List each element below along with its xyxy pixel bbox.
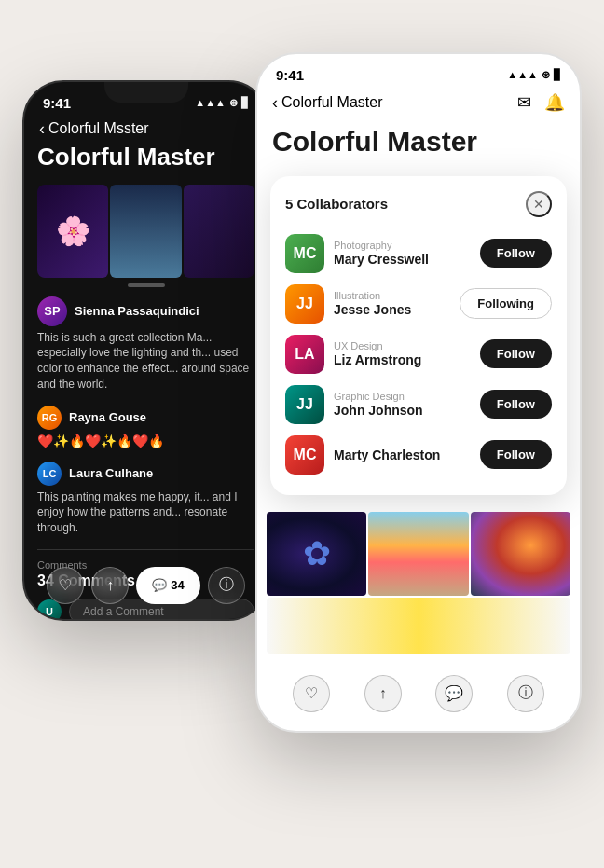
collab-info: Photography Mary Cresswell bbox=[334, 240, 471, 267]
avatar: MC bbox=[285, 435, 324, 475]
chat-icon: 💬 bbox=[152, 578, 167, 592]
battery-icon: ▊ bbox=[554, 69, 561, 81]
phones-container: 9:41 ▲▲▲ ⊛ ▊ ‹ Colorful Msster Colorful … bbox=[22, 24, 582, 845]
signal-icon: ▲▲▲ bbox=[195, 97, 226, 108]
collab-name: John Johnson bbox=[334, 403, 471, 418]
signal-icon: ▲▲▲ bbox=[507, 69, 538, 80]
back-img-1: 🌸 bbox=[37, 185, 108, 278]
mail-icon[interactable]: ✉ bbox=[517, 92, 531, 113]
comment-username: Rayna Gouse bbox=[69, 410, 146, 424]
back-status-icons: ▲▲▲ ⊛ ▊ bbox=[195, 97, 249, 109]
chat-count: 34 bbox=[171, 578, 184, 592]
collab-role: Graphic Design bbox=[334, 391, 471, 402]
comment-text: This painting makes me happy, it... and … bbox=[37, 489, 254, 536]
collab-name: Marty Charleston bbox=[334, 448, 471, 462]
wifi-icon: ⊛ bbox=[229, 97, 238, 109]
bottom-strip bbox=[267, 598, 570, 654]
follow-button[interactable]: Follow bbox=[480, 440, 552, 469]
info-button[interactable]: ⓘ bbox=[208, 567, 245, 604]
nav-icons-right: ✉ 🔔 bbox=[517, 92, 565, 113]
front-status-time: 9:41 bbox=[276, 67, 304, 83]
avatar: MC bbox=[285, 234, 324, 273]
battery-icon: ▊ bbox=[241, 97, 249, 109]
collab-name: Mary Cresswell bbox=[334, 252, 471, 267]
close-button[interactable]: ✕ bbox=[526, 191, 552, 217]
collaborators-modal: 5 Collaborators ✕ MC Photography Mary Cr… bbox=[257, 176, 580, 495]
heart-button[interactable]: ♡ bbox=[47, 567, 84, 604]
avatar: JJ bbox=[285, 284, 324, 324]
wifi-icon: ⊛ bbox=[542, 69, 550, 81]
avatar: LA bbox=[285, 335, 324, 374]
collab-info: Graphic Design John Johnson bbox=[334, 391, 471, 418]
collaborator-row: JJ Illustration Jesse Jones Following bbox=[285, 279, 552, 329]
comment-item: SP Sienna Passaquindici This is such a g… bbox=[37, 296, 254, 393]
avatar: SP bbox=[37, 296, 67, 326]
separator bbox=[128, 283, 165, 287]
front-bottom-toolbar: ♡ ↑ 💬 ⓘ bbox=[257, 675, 580, 712]
avatar: RG bbox=[37, 406, 62, 430]
back-nav-bar: ‹ Colorful Msster bbox=[24, 115, 268, 143]
front-status-icons: ▲▲▲ ⊛ ▊ bbox=[507, 69, 561, 81]
follow-button[interactable]: Follow bbox=[480, 339, 552, 368]
bell-icon[interactable]: 🔔 bbox=[544, 92, 565, 113]
avatar: JJ bbox=[285, 385, 324, 424]
chat-button[interactable]: 💬 34 bbox=[136, 567, 199, 604]
back-img-3 bbox=[184, 185, 254, 278]
comment-text: ❤️✨🔥❤️✨🔥❤️🔥 bbox=[37, 434, 254, 448]
back-button[interactable]: ‹ Colorful Msster bbox=[39, 120, 149, 137]
comment-item: LC Laura Culhane This painting makes me … bbox=[37, 462, 254, 536]
follow-button[interactable]: Follow bbox=[480, 390, 552, 419]
modal-header: 5 Collaborators ✕ bbox=[285, 191, 552, 217]
follow-button[interactable]: Follow bbox=[480, 239, 552, 268]
collab-role: Photography bbox=[334, 240, 471, 251]
share-button[interactable]: ↑ bbox=[364, 675, 402, 712]
back-image-row: 🌸 bbox=[37, 185, 254, 278]
collaborator-row: LA UX Design Liz Armstrong Follow bbox=[285, 329, 552, 379]
collab-role: Illustration bbox=[334, 290, 450, 301]
modal-title: 5 Collaborators bbox=[285, 196, 388, 212]
collab-info: Marty Charleston bbox=[334, 447, 471, 462]
collaborator-row: MC Marty Charleston Follow bbox=[285, 430, 552, 480]
front-nav-bar: ‹ Colorful Master ✉ 🔔 bbox=[257, 87, 580, 118]
front-page-title: Colorful Master bbox=[272, 126, 565, 158]
chat-button[interactable]: 💬 bbox=[435, 675, 473, 712]
chevron-left-icon: ‹ bbox=[272, 94, 278, 111]
comment-text: This is such a great collection Ma... es… bbox=[37, 330, 254, 393]
heart-button[interactable]: ♡ bbox=[293, 675, 330, 712]
front-nav-title: Colorful Master bbox=[281, 94, 382, 111]
back-phone: 9:41 ▲▲▲ ⊛ ▊ ‹ Colorful Msster Colorful … bbox=[22, 80, 269, 621]
share-button[interactable]: ↑ bbox=[91, 567, 129, 604]
back-bottom-toolbar: ♡ ↑ 💬 34 ⓘ bbox=[24, 567, 268, 604]
back-page-title: Colorful Master bbox=[37, 143, 254, 172]
back-img-2 bbox=[110, 185, 181, 278]
avatar: LC bbox=[37, 462, 62, 486]
divider bbox=[37, 549, 254, 550]
collaborator-row: JJ Graphic Design John Johnson Follow bbox=[285, 379, 552, 430]
image-cell-flower[interactable] bbox=[267, 512, 366, 596]
collab-name: Liz Armstrong bbox=[334, 352, 471, 367]
image-cell-planet[interactable] bbox=[471, 512, 570, 596]
info-button[interactable]: ⓘ bbox=[507, 675, 544, 712]
front-phone: 9:41 ▲▲▲ ⊛ ▊ ‹ Colorful Master ✉ 🔔 bbox=[255, 52, 582, 733]
following-button[interactable]: Following bbox=[460, 288, 552, 319]
comment-username: Laura Culhane bbox=[69, 466, 153, 480]
image-grid bbox=[267, 512, 570, 596]
comment-username: Sienna Passaquindici bbox=[75, 304, 199, 318]
collab-info: Illustration Jesse Jones bbox=[334, 290, 450, 317]
back-nav-title: Colorful Msster bbox=[48, 120, 149, 137]
collab-name: Jesse Jones bbox=[334, 302, 450, 317]
collaborator-row: MC Photography Mary Cresswell Follow bbox=[285, 228, 552, 279]
collab-role: UX Design bbox=[334, 340, 471, 351]
chevron-left-icon: ‹ bbox=[39, 120, 45, 137]
image-cell-sunset[interactable] bbox=[368, 512, 468, 596]
front-back-button[interactable]: ‹ Colorful Master bbox=[272, 94, 382, 111]
back-status-time: 9:41 bbox=[43, 95, 71, 111]
comment-item: RG Rayna Gouse ❤️✨🔥❤️✨🔥❤️🔥 bbox=[37, 406, 254, 448]
collab-info: UX Design Liz Armstrong bbox=[334, 340, 471, 367]
